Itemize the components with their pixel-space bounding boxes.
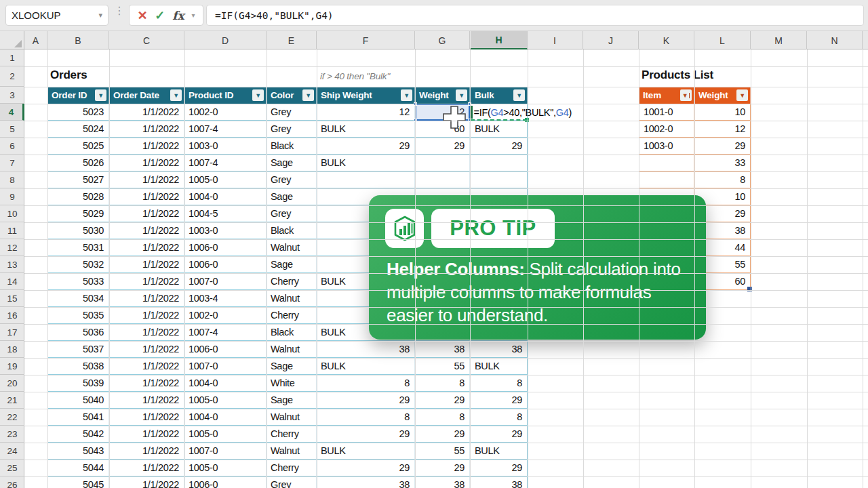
cell-C26[interactable]: 1/1/2022	[109, 476, 184, 488]
cell-H20[interactable]: 8	[471, 375, 528, 392]
cell-H23[interactable]: 29	[471, 426, 528, 443]
cell-D13[interactable]: 1006-0	[184, 256, 267, 273]
cell-B20[interactable]: 5039	[47, 375, 109, 392]
cell-B25[interactable]: 5044	[47, 460, 109, 476]
cell-G23[interactable]: 29	[415, 426, 470, 443]
column-header-M[interactable]: M	[751, 31, 807, 49]
cell-B9[interactable]: 5028	[47, 188, 109, 205]
cell-E22[interactable]: Walnut	[267, 409, 317, 426]
cell-G7[interactable]	[415, 155, 470, 171]
fx-chevron-icon[interactable]: ▾	[192, 12, 195, 19]
name-box-chevron-icon[interactable]: ▾	[98, 11, 102, 20]
cell-C24[interactable]: 1/1/2022	[109, 443, 184, 460]
cell-B23[interactable]: 5042	[47, 426, 109, 443]
row-header-23[interactable]: 23	[0, 426, 24, 443]
cell-H19[interactable]: BULK	[471, 358, 528, 375]
cell-G25[interactable]: 29	[415, 460, 470, 476]
cell-B5[interactable]: 5024	[47, 121, 109, 138]
row-header-19[interactable]: 19	[0, 358, 24, 375]
row-header-25[interactable]: 25	[0, 460, 24, 476]
filter-dropdown-icon[interactable]: ▼	[95, 89, 106, 101]
cell-C14[interactable]: 1/1/2022	[109, 273, 184, 290]
row-header-4[interactable]: 4	[0, 104, 24, 121]
cell-D7[interactable]: 1007-4	[184, 155, 267, 171]
cell-B10[interactable]: 5029	[47, 205, 109, 222]
cell-E26[interactable]: Grey	[267, 476, 317, 488]
cell-F4[interactable]: 12	[317, 104, 415, 121]
column-header-I[interactable]: I	[527, 31, 583, 49]
cell-F6[interactable]: 29	[317, 138, 415, 155]
cell-C15[interactable]: 1/1/2022	[109, 290, 184, 307]
cell-E9[interactable]: Sage	[267, 188, 317, 205]
cell-F5[interactable]: BULK	[317, 121, 415, 138]
row-header-17[interactable]: 17	[0, 324, 24, 341]
cell-C11[interactable]: 1/1/2022	[109, 222, 184, 239]
orders-header-weight[interactable]: Weight▼	[415, 87, 470, 104]
row-header-6[interactable]: 6	[0, 138, 24, 155]
cell-F19[interactable]: BULK	[317, 358, 415, 375]
cell-E8[interactable]: Grey	[267, 171, 317, 188]
cell-D10[interactable]: 1004-5	[184, 205, 267, 222]
row-header-5[interactable]: 5	[0, 121, 24, 138]
orders-header-order-id[interactable]: Order ID▼	[47, 87, 109, 104]
cell-E14[interactable]: Cherry	[267, 273, 317, 290]
row-header-15[interactable]: 15	[0, 290, 24, 307]
row-header-18[interactable]: 18	[0, 341, 24, 358]
cell-D17[interactable]: 1007-4	[184, 324, 267, 341]
orders-header-color[interactable]: Color▼	[267, 87, 317, 104]
cell-G24[interactable]: 55	[415, 443, 470, 460]
cell-F8[interactable]	[317, 171, 415, 188]
sheet-grid[interactable]: Orders if > 40 then "Bulk" Products List…	[24, 49, 868, 488]
row-header-20[interactable]: 20	[0, 375, 24, 392]
cell-H22[interactable]: 8	[471, 409, 528, 426]
cell-D21[interactable]: 1005-0	[184, 392, 267, 409]
filter-dropdown-icon[interactable]: ▼	[513, 89, 525, 101]
cell-E19[interactable]: Sage	[267, 358, 317, 375]
cell-B21[interactable]: 5040	[47, 392, 109, 409]
cell-K8[interactable]	[639, 171, 694, 188]
cell-D9[interactable]: 1004-0	[184, 188, 267, 205]
cell-C23[interactable]: 1/1/2022	[109, 426, 184, 443]
cell-E13[interactable]: Sage	[267, 256, 317, 273]
cell-F24[interactable]: BULK	[317, 443, 415, 460]
cell-edit-H4[interactable]: =IF(G4>40,"BULK",G4)	[471, 104, 715, 120]
filter-dropdown-icon[interactable]: ▼	[401, 89, 412, 101]
cell-B6[interactable]: 5025	[47, 138, 109, 155]
cell-G26[interactable]: 38	[415, 476, 470, 488]
row-header-8[interactable]: 8	[0, 171, 24, 188]
row-header-26[interactable]: 26	[0, 476, 24, 488]
insert-function-icon[interactable]: fx	[172, 9, 184, 22]
cell-H26[interactable]: 38	[471, 476, 528, 488]
cell-C22[interactable]: 1/1/2022	[109, 409, 184, 426]
cell-B19[interactable]: 5038	[47, 358, 109, 375]
cell-L8[interactable]: 8	[694, 171, 751, 188]
row-header-11[interactable]: 11	[0, 222, 24, 239]
cell-H24[interactable]: BULK	[471, 443, 528, 460]
row-header-14[interactable]: 14	[0, 273, 24, 290]
cell-E18[interactable]: Walnut	[267, 341, 317, 358]
cell-D5[interactable]: 1007-4	[184, 121, 267, 138]
cell-B14[interactable]: 5033	[47, 273, 109, 290]
products-header-weight[interactable]: Weight▼	[694, 87, 751, 104]
filter-dropdown-icon[interactable]: ▼	[302, 89, 314, 101]
cell-B24[interactable]: 5043	[47, 443, 109, 460]
cell-E4[interactable]: Grey	[267, 104, 317, 121]
cell-B4[interactable]: 5023	[47, 104, 109, 121]
cell-E7[interactable]: Sage	[267, 155, 317, 171]
column-header-K[interactable]: K	[639, 31, 694, 49]
cell-F25[interactable]: 29	[317, 460, 415, 476]
select-all-corner[interactable]	[0, 31, 24, 49]
row-header-2[interactable]: 2	[0, 66, 24, 87]
cell-D19[interactable]: 1007-0	[184, 358, 267, 375]
cell-E25[interactable]: Cherry	[267, 460, 317, 476]
cell-H8[interactable]	[471, 171, 528, 188]
cell-H5[interactable]: BULK	[471, 121, 528, 138]
cell-C12[interactable]: 1/1/2022	[109, 239, 184, 256]
column-header-L[interactable]: L	[694, 31, 751, 49]
orders-header-ship-weight[interactable]: Ship Weight▼	[317, 87, 415, 104]
cell-C6[interactable]: 1/1/2022	[109, 138, 184, 155]
cell-H18[interactable]: 38	[471, 341, 528, 358]
orders-header-product-id[interactable]: Product ID▼	[184, 87, 267, 104]
cell-C19[interactable]: 1/1/2022	[109, 358, 184, 375]
cell-G8[interactable]	[415, 171, 470, 188]
